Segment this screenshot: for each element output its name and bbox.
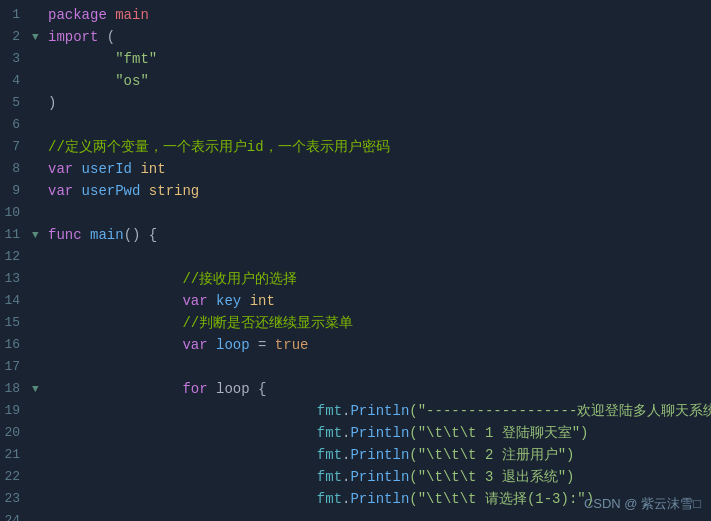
line-number: 11 bbox=[0, 224, 32, 246]
code-token: loop { bbox=[208, 381, 267, 397]
code-lines: 1package main2▼import (3 "fmt"4 "os"5)67… bbox=[0, 0, 711, 521]
code-line: 8var userId int bbox=[0, 158, 711, 180]
code-token bbox=[48, 403, 317, 419]
code-line: 14 var key int bbox=[0, 290, 711, 312]
code-token bbox=[48, 469, 317, 485]
code-token: //接收用户的选择 bbox=[48, 271, 297, 287]
fold-icon[interactable]: ▼ bbox=[32, 378, 46, 400]
code-line: 17 bbox=[0, 356, 711, 378]
line-number: 1 bbox=[0, 4, 32, 26]
code-token: true bbox=[275, 337, 309, 353]
line-number: 18 bbox=[0, 378, 32, 400]
code-token: import bbox=[48, 29, 98, 45]
line-number: 2 bbox=[0, 26, 32, 48]
code-content: fmt.Println("------------------欢迎登陆多人聊天系… bbox=[48, 400, 711, 422]
code-content: fmt.Println("\t\t\t 2 注册用户") bbox=[48, 444, 711, 466]
code-content: "os" bbox=[48, 70, 711, 92]
code-line: 6 bbox=[0, 114, 711, 136]
code-token: = bbox=[258, 337, 275, 353]
code-line: 3 "fmt" bbox=[0, 48, 711, 70]
code-token: main bbox=[115, 7, 149, 23]
code-token: "fmt" bbox=[48, 51, 157, 67]
code-line: 9var userPwd string bbox=[0, 180, 711, 202]
code-token: var bbox=[48, 183, 82, 199]
code-line: 10 bbox=[0, 202, 711, 224]
line-number: 9 bbox=[0, 180, 32, 202]
code-content: var userPwd string bbox=[48, 180, 711, 202]
line-number: 20 bbox=[0, 422, 32, 444]
code-line: 20 fmt.Println("\t\t\t 1 登陆聊天室") bbox=[0, 422, 711, 444]
line-number: 12 bbox=[0, 246, 32, 268]
line-number: 6 bbox=[0, 114, 32, 136]
line-number: 22 bbox=[0, 466, 32, 488]
code-token: ("\t\t\t 1 登陆聊天室") bbox=[409, 425, 588, 441]
line-number: 14 bbox=[0, 290, 32, 312]
code-token: ("\t\t\t 请选择(1-3):") bbox=[409, 491, 594, 507]
code-content: //判断是否还继续显示菜单 bbox=[48, 312, 711, 334]
code-token: "os" bbox=[48, 73, 149, 89]
code-content: ) bbox=[48, 92, 711, 114]
code-token: //定义两个变量，一个表示用户id，一个表示用户密码 bbox=[48, 139, 390, 155]
code-token: Println bbox=[350, 403, 409, 419]
code-token bbox=[48, 447, 317, 463]
code-line: 7//定义两个变量，一个表示用户id，一个表示用户密码 bbox=[0, 136, 711, 158]
line-number: 23 bbox=[0, 488, 32, 510]
code-token: ) bbox=[48, 95, 56, 111]
code-editor: 1package main2▼import (3 "fmt"4 "os"5)67… bbox=[0, 0, 711, 521]
code-token bbox=[48, 425, 317, 441]
code-line: 15 //判断是否还继续显示菜单 bbox=[0, 312, 711, 334]
code-token: loop bbox=[216, 337, 258, 353]
code-line: 5) bbox=[0, 92, 711, 114]
code-content: var userId int bbox=[48, 158, 711, 180]
code-token: ("------------------欢迎登陆多人聊天系统----------… bbox=[409, 403, 711, 419]
code-token: fmt bbox=[317, 469, 342, 485]
code-token: () { bbox=[124, 227, 158, 243]
line-number: 16 bbox=[0, 334, 32, 356]
code-token: key bbox=[216, 293, 250, 309]
code-line: 19 fmt.Println("------------------欢迎登陆多人… bbox=[0, 400, 711, 422]
code-line: 13 //接收用户的选择 bbox=[0, 268, 711, 290]
code-line: 18▼ for loop { bbox=[0, 378, 711, 400]
code-line: 2▼import ( bbox=[0, 26, 711, 48]
code-token: Println bbox=[350, 491, 409, 507]
line-number: 4 bbox=[0, 70, 32, 92]
line-number: 7 bbox=[0, 136, 32, 158]
fold-icon[interactable]: ▼ bbox=[32, 224, 46, 246]
code-content: var key int bbox=[48, 290, 711, 312]
code-token: for bbox=[182, 381, 207, 397]
code-content: import ( bbox=[48, 26, 711, 48]
watermark: CSDN @ 紫云沫雪□ bbox=[584, 495, 701, 513]
code-token: Println bbox=[350, 469, 409, 485]
code-content: fmt.Println("\t\t\t 3 退出系统") bbox=[48, 466, 711, 488]
code-content: func main() { bbox=[48, 224, 711, 246]
line-number: 19 bbox=[0, 400, 32, 422]
line-number: 15 bbox=[0, 312, 32, 334]
code-line: 1package main bbox=[0, 4, 711, 26]
fold-icon[interactable]: ▼ bbox=[32, 26, 46, 48]
code-token: fmt bbox=[317, 447, 342, 463]
code-token bbox=[48, 491, 317, 507]
code-token: package bbox=[48, 7, 115, 23]
code-token: fmt bbox=[317, 425, 342, 441]
code-token: int bbox=[250, 293, 275, 309]
code-token bbox=[48, 381, 182, 397]
line-number: 17 bbox=[0, 356, 32, 378]
code-content: "fmt" bbox=[48, 48, 711, 70]
line-number: 10 bbox=[0, 202, 32, 224]
code-line: 22 fmt.Println("\t\t\t 3 退出系统") bbox=[0, 466, 711, 488]
line-number: 3 bbox=[0, 48, 32, 70]
code-content: package main bbox=[48, 4, 711, 26]
code-token: func bbox=[48, 227, 90, 243]
code-line: 12 bbox=[0, 246, 711, 268]
code-token: var bbox=[182, 337, 216, 353]
code-token: main bbox=[90, 227, 124, 243]
line-number: 24 bbox=[0, 510, 32, 521]
line-number: 5 bbox=[0, 92, 32, 114]
line-number: 21 bbox=[0, 444, 32, 466]
code-content: //定义两个变量，一个表示用户id，一个表示用户密码 bbox=[48, 136, 711, 158]
code-token: fmt bbox=[317, 403, 342, 419]
code-token: fmt bbox=[317, 491, 342, 507]
code-content: fmt.Println("\t\t\t 1 登陆聊天室") bbox=[48, 422, 711, 444]
code-token: ( bbox=[98, 29, 115, 45]
code-token: userId bbox=[82, 161, 141, 177]
